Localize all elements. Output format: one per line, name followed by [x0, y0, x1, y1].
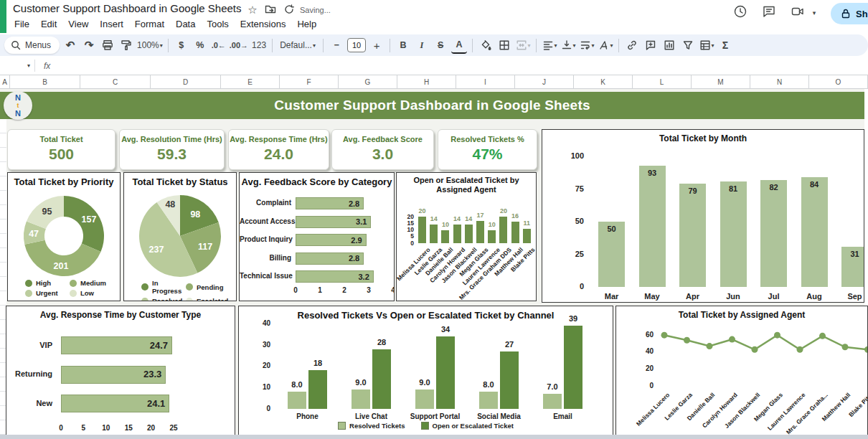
redo-button[interactable]: ↷ — [81, 37, 97, 54]
kpi-total-ticket[interactable]: Total Ticket 500 — [7, 129, 115, 170]
kpi-avg-feedback-score[interactable]: Avg. Feedback Score 3.0 — [331, 129, 434, 170]
column-header-A[interactable]: A — [0, 75, 10, 88]
filter-views-button[interactable]: ▾ — [699, 37, 714, 54]
menu-extensions[interactable]: Extensions — [235, 17, 292, 32]
column-header-D[interactable]: D — [151, 75, 221, 88]
chart-open-escalated-by-agent[interactable]: Open or Escalated Ticket by Assigned Age… — [396, 172, 537, 301]
format-currency-button[interactable]: $ — [174, 37, 189, 54]
axlab: Product Inquiry — [240, 235, 291, 243]
name-box[interactable]: ▾ — [0, 57, 34, 75]
chart-total-ticket-by-month[interactable]: Total Ticket by Month 100755025050Mar93M… — [542, 129, 864, 303]
kpi-resolved-tickets-pct[interactable]: Resolved Tickets % 47% — [438, 129, 537, 170]
text-color-button[interactable]: A — [451, 37, 467, 54]
vval: 17 — [471, 212, 491, 219]
legend-label: Low — [80, 289, 94, 297]
functions-button[interactable]: Σ — [717, 37, 733, 54]
search-menus-button[interactable]: Menus — [4, 37, 60, 54]
sheets-logo-icon[interactable] — [0, 0, 6, 33]
fx-label[interactable]: fx — [44, 61, 50, 71]
column-header-G[interactable]: G — [339, 75, 397, 88]
menu-format[interactable]: Format — [129, 17, 170, 32]
comments-icon[interactable] — [762, 4, 778, 20]
move-folder-icon[interactable] — [264, 4, 277, 16]
menu-edit[interactable]: Edit — [35, 17, 62, 32]
video-call-caret-icon[interactable]: ▾ — [808, 6, 821, 19]
column-header-K[interactable]: K — [574, 75, 633, 88]
bold-button[interactable]: B — [395, 37, 411, 54]
kpi-avg-resolution-time[interactable]: Avg. Resolution Time (Hrs) 59.3 — [119, 129, 225, 170]
menu-insert[interactable]: Insert — [94, 17, 129, 32]
tick: 0 — [542, 282, 584, 291]
insert-link-button[interactable] — [624, 37, 640, 54]
chart-total-ticket-by-status[interactable]: Total Ticket by Status 9811723748In Prog… — [123, 172, 237, 301]
more-formats-button[interactable]: 123 — [251, 37, 267, 54]
chart-total-ticket-by-assigned-agent[interactable]: Total Ticket by Assigned Agent 6040200Me… — [615, 306, 868, 436]
font-size-input[interactable]: 10 — [347, 38, 366, 52]
column-header-H[interactable]: H — [397, 75, 456, 88]
kpi-avg-response-time[interactable]: Avg. Response Time (Hrs) 24.0 — [228, 129, 329, 170]
svg-text:48: 48 — [165, 199, 175, 209]
menu-help[interactable]: Help — [291, 17, 322, 32]
horizontal-align-button[interactable]: ▾ — [542, 37, 557, 54]
vval: 8.0 — [283, 380, 311, 389]
group-bar — [479, 392, 498, 409]
menu-view[interactable]: View — [62, 17, 94, 32]
vertical-align-button[interactable]: ▾ — [560, 37, 576, 54]
group-bar — [288, 392, 306, 409]
menu-file[interactable]: File — [9, 17, 35, 32]
print-button[interactable] — [100, 37, 115, 54]
italic-button[interactable]: I — [414, 37, 430, 54]
paint-format-button[interactable] — [118, 37, 134, 54]
column-header-I[interactable]: I — [456, 75, 515, 88]
dot — [70, 290, 77, 297]
bottom-scrollbar-strip[interactable] — [0, 435, 868, 439]
increase-decimals-button[interactable]: .00→ — [230, 37, 248, 54]
chart-response-time-by-customer-type[interactable]: Avg. Response Time by Customer Type VIP2… — [6, 306, 235, 436]
xl: Live Chat — [339, 412, 404, 420]
merge-cells-button[interactable]: ▾ — [515, 37, 531, 54]
chart-feedback-score-by-category[interactable]: Avg. Feedback Score by Category Complain… — [239, 172, 395, 301]
column-header-F[interactable]: F — [280, 75, 339, 88]
document-title[interactable]: Customer Support Dashboard in Google She… — [13, 2, 242, 14]
chart-resolved-vs-open-by-channel[interactable]: Resolved Tickets Vs Open or Escalated Ti… — [238, 306, 613, 436]
borders-button[interactable] — [496, 37, 512, 54]
decrease-font-size-button[interactable]: − — [329, 37, 344, 54]
vbar-bar — [679, 184, 706, 287]
decrease-decimals-button[interactable]: .0← — [211, 37, 227, 54]
column-header-C[interactable]: C — [80, 75, 151, 88]
chart-total-ticket-by-priority[interactable]: Total Ticket by Priority 1572014795HighM… — [7, 172, 121, 301]
insert-chart-button[interactable] — [661, 37, 677, 54]
formula-bar: ▾ fx — [0, 57, 868, 75]
share-button[interactable]: Sh — [831, 3, 868, 24]
insert-comment-button[interactable] — [643, 37, 659, 54]
increase-font-size-button[interactable]: + — [369, 37, 385, 54]
vbar-bar — [639, 166, 666, 287]
hval: 2.8 — [349, 254, 359, 263]
vval: 93 — [635, 169, 670, 177]
zoom-select[interactable]: 100%▾ — [137, 37, 163, 54]
format-percent-button[interactable]: % — [192, 37, 208, 54]
version-history-icon[interactable] — [733, 4, 749, 20]
hval: 2.9 — [351, 235, 362, 244]
column-header-N[interactable]: N — [750, 75, 809, 88]
column-header-E[interactable]: E — [221, 75, 280, 88]
create-filter-button[interactable] — [680, 37, 696, 54]
xl: Aug — [794, 292, 835, 301]
column-header-B[interactable]: B — [10, 75, 80, 88]
star-icon[interactable]: ☆ — [246, 4, 259, 16]
column-header-O[interactable]: O — [809, 75, 868, 88]
column-header-M[interactable]: M — [692, 75, 750, 88]
column-header-L[interactable]: L — [633, 75, 692, 88]
text-rotation-button[interactable]: ▾ — [598, 37, 613, 54]
font-select[interactable]: Defaul...▾ — [278, 37, 318, 54]
menu-tools[interactable]: Tools — [201, 17, 234, 32]
fill-color-button[interactable] — [478, 37, 494, 54]
hval: 3.1 — [356, 217, 367, 226]
tick: 100 — [542, 151, 584, 160]
text-wrap-button[interactable]: ▾ — [579, 37, 595, 54]
video-call-icon[interactable] — [791, 4, 806, 20]
strikethrough-button[interactable]: S — [433, 37, 448, 54]
menu-data[interactable]: Data — [170, 17, 201, 32]
undo-button[interactable]: ↶ — [62, 37, 78, 54]
column-header-J[interactable]: J — [515, 75, 574, 88]
